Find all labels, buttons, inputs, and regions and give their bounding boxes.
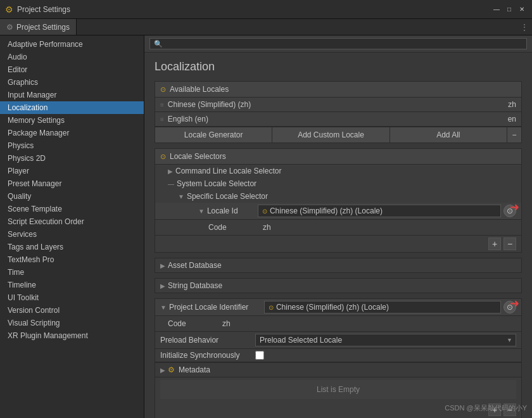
sidebar-item-time[interactable]: Time [0,266,144,279]
sidebar-item-localization[interactable]: Localization [0,101,144,114]
maximize-button[interactable]: □ [504,4,514,15]
sidebar-item-package-manager[interactable]: Package Manager [0,127,144,139]
locale-pin-icon: ⊙ [262,208,267,215]
command-line-selector-row[interactable]: ▶ Command Line Locale Selector [155,165,521,177]
add-custom-locale-button[interactable]: Add Custom Locale [272,127,390,142]
locale-id-text: Chinese (Simplified) (zh) (Locale) [270,206,383,215]
title-bar: ⚙ Project Settings — □ ✕ [0,0,532,19]
expand-arrow-string: ▶ [160,282,165,289]
sidebar-item-graphics[interactable]: Graphics [0,76,144,89]
options-icon: ⋮ [521,23,528,32]
tab-options-button[interactable]: ⋮ [521,19,532,35]
locale-generator-button[interactable]: Locale Generator [155,127,272,142]
locale-name-english: English (en) [168,115,491,124]
selector-remove-button[interactable]: − [504,238,516,250]
sidebar-item-tags-and-layers[interactable]: Tags and Layers [0,241,144,253]
sidebar-item-timeline[interactable]: Timeline [0,279,144,291]
window-controls: — □ ✕ [491,4,527,15]
sidebar-item-memory-settings[interactable]: Memory Settings [0,114,144,127]
page-title: Localization [155,60,522,73]
sidebar-item-player[interactable]: Player [0,165,144,177]
sidebar-item-editor[interactable]: Editor [0,63,144,76]
string-database-row[interactable]: ▶ String Database [155,279,521,293]
initialize-synchronously-checkbox[interactable] [255,351,264,360]
selector-add-button[interactable]: + [488,238,501,250]
code-label-2: Code [168,319,218,328]
string-database-label: String Database [168,281,222,290]
system-locale-selector-row[interactable]: — System Locale Selector [155,177,521,190]
search-bar [144,35,532,53]
locale-code-english: en [491,115,516,124]
window-title: Project Settings [17,5,491,14]
expand-arrow-localeid: ▼ [198,208,205,215]
locale-buttons-row: Locale Generator Add Custom Locale Add A… [155,127,521,142]
sidebar-item-script-execution-order[interactable]: Script Execution Order [0,215,144,228]
preload-behavior-select[interactable]: Preload Selected Locale Preload All Loca… [255,334,516,346]
minimize-button[interactable]: — [491,4,502,15]
drag-handle-chinese: ≡ [160,101,164,108]
project-locale-pin-icon: ⊙ [269,304,274,311]
project-locale-section: ▼ Project Locale Identifier ⊙ Chinese (S… [155,298,522,418]
sidebar-item-audio[interactable]: Audio [0,51,144,63]
asset-database-row[interactable]: ▶ Asset Database [155,258,521,272]
sidebar: Adaptive PerformanceAudioEditorGraphicsI… [0,35,144,418]
code-row-2: Code zh [155,316,521,332]
string-database-section: ▶ String Database [155,278,522,293]
initialize-synchronously-label: Initialize Synchronously [160,351,255,360]
sidebar-item-textmesh-pro[interactable]: TextMesh Pro [0,253,144,266]
expand-dash-system: — [168,180,174,187]
sidebar-item-adaptive-performance[interactable]: Adaptive Performance [0,38,144,51]
pin-icon: ⊙ [160,86,166,94]
locale-item-chinese: ≡ Chinese (Simplified) (zh) zh [155,98,521,112]
close-button[interactable]: ✕ [517,4,527,15]
preload-behavior-select-wrapper: Preload Selected Locale Preload All Loca… [255,334,516,346]
system-locale-selector-label: System Locale Selector [177,179,256,188]
locale-id-label: Locale Id [207,206,258,215]
sidebar-item-physics-2d[interactable]: Physics 2D [0,152,144,165]
initialize-synchronously-row: Initialize Synchronously [155,349,521,362]
drag-handle-english: ≡ [160,116,164,123]
sidebar-item-services[interactable]: Services [0,228,144,241]
specific-locale-selector-label: Specific Locale Selector [187,192,268,201]
sidebar-item-xr-plugin-management[interactable]: XR Plugin Management [0,329,144,342]
locale-selectors-section: ⊙ Locale Selectors ▶ Command Line Locale… [155,148,522,253]
search-input[interactable] [149,38,527,49]
expand-arrow-projectlocale: ▼ [160,304,167,311]
asset-database-label: Asset Database [168,261,222,270]
watermark: CSDN @呆呆敲代码的小Y [445,403,527,413]
sidebar-item-scene-template[interactable]: Scene Template [0,203,144,215]
sidebar-item-visual-scripting[interactable]: Visual Scripting [0,317,144,329]
pin-icon-2: ⊙ [160,153,166,161]
available-locales-section: ⊙ Available Locales ≡ Chinese (Simplifie… [155,81,522,143]
sidebar-item-physics[interactable]: Physics [0,139,144,152]
preload-behavior-row: Preload Behavior Preload Selected Locale… [155,332,521,349]
locale-code-chinese: zh [491,100,516,109]
asset-database-section: ▶ Asset Database [155,258,522,273]
list-empty-text: List is Empty [160,380,516,399]
selector-plus-minus-row: + − [155,236,521,252]
sidebar-item-quality[interactable]: Quality [0,190,144,203]
code-value-1: zh [259,222,516,233]
remove-locale-button[interactable]: − [507,127,521,142]
app-icon: ⚙ [5,4,13,15]
project-locale-identifier-label: Project Locale Identifier [169,303,264,312]
project-locale-identifier-value[interactable]: ⊙ Chinese (Simplified) (zh) (Locale) ➜ [264,301,501,314]
locale-selectors-header: ⊙ Locale Selectors [155,149,521,165]
locale-id-row: ▼ Locale Id ⊙ Chinese (Simplified) (zh) … [155,203,521,220]
preload-behavior-label: Preload Behavior [160,336,255,345]
sidebar-item-version-control[interactable]: Version Control [0,304,144,317]
tab-project-settings[interactable]: ⚙ Project Settings [0,19,77,35]
expand-arrow-metadata: ▶ [160,367,165,374]
sidebar-item-preset-manager[interactable]: Preset Manager [0,177,144,190]
specific-locale-selector-row[interactable]: ▼ Specific Locale Selector [155,190,521,203]
sidebar-item-ui-toolkit[interactable]: UI Toolkit [0,291,144,304]
metadata-icon: ⚙ [168,365,175,374]
metadata-row[interactable]: ▶ ⚙ Metadata [155,362,521,377]
content-area: Localization ⊙ Available Locales ≡ Chine… [144,35,532,418]
expand-arrow-command: ▶ [168,168,173,175]
arrow-annotation-1: ➜ [510,200,519,214]
expand-arrow-asset: ▶ [160,262,165,269]
add-all-button[interactable]: Add All [390,127,507,142]
locale-id-value[interactable]: ⊙ Chinese (Simplified) (zh) (Locale) ➜ [258,205,501,217]
sidebar-item-input-manager[interactable]: Input Manager [0,89,144,101]
